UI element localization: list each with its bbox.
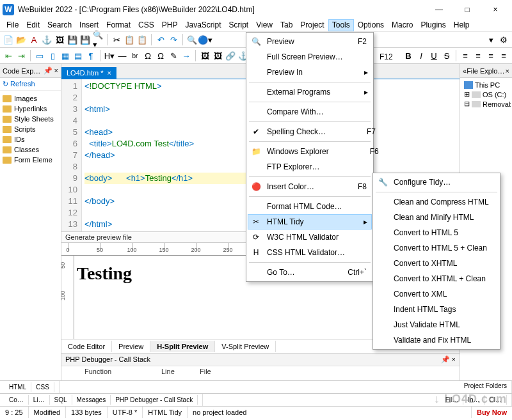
- comment-icon[interactable]: ✎: [168, 50, 179, 61]
- link-icon[interactable]: 🔗: [225, 50, 236, 61]
- tree-item[interactable]: This PC: [461, 81, 511, 89]
- menu-item[interactable]: Validate and Fix HTML: [374, 332, 499, 348]
- menu-item[interactable]: Format HTML Code…: [248, 199, 372, 214]
- mini-tab[interactable]: SQL: [50, 395, 72, 405]
- mini-tab[interactable]: HTML: [4, 382, 31, 392]
- align-justify-icon[interactable]: ≡: [498, 50, 509, 61]
- menu-item[interactable]: Go To…Ctrl+`: [248, 265, 372, 280]
- menu-item[interactable]: ✂HTML Tidy▸: [248, 214, 372, 229]
- menu-tab[interactable]: Tab: [276, 19, 296, 31]
- menu-macro[interactable]: Macro: [388, 19, 417, 31]
- hd-icon[interactable]: H▾: [104, 50, 115, 61]
- minimize-button[interactable]: —: [425, 0, 453, 19]
- mini-tab[interactable]: Li…: [29, 395, 50, 405]
- view-tab[interactable]: Code Editor: [61, 341, 112, 352]
- italic-icon[interactable]: I: [415, 50, 427, 61]
- menu-script[interactable]: Script: [225, 19, 253, 31]
- br-icon[interactable]: br: [129, 50, 141, 61]
- buy-now-button[interactable]: Buy Now: [472, 407, 512, 418]
- folder-item[interactable]: Images: [1, 93, 60, 104]
- menu-insert[interactable]: Insert: [76, 19, 102, 31]
- menu-item[interactable]: Clean and Compress HTML: [374, 194, 499, 210]
- menu-format[interactable]: Format: [102, 19, 134, 31]
- align-right-icon[interactable]: ≡: [485, 50, 497, 61]
- menu-item[interactable]: Convert to XHTML + Clean: [374, 271, 499, 286]
- redo-icon[interactable]: ↷: [168, 34, 179, 45]
- menu-plugins[interactable]: Plugins: [417, 19, 449, 31]
- refresh-button[interactable]: ↻ Refresh: [0, 78, 61, 91]
- menu-view[interactable]: View: [252, 19, 276, 31]
- tab-close-icon[interactable]: ×: [107, 69, 111, 77]
- align-center-icon[interactable]: ≡: [472, 50, 484, 61]
- bold-icon[interactable]: B: [403, 50, 414, 61]
- underline-icon[interactable]: U: [428, 50, 440, 61]
- menu-item[interactable]: Preview In▸: [248, 65, 372, 80]
- align-left-icon[interactable]: ≡: [460, 50, 471, 61]
- project-folders-tab[interactable]: Project Folders: [460, 381, 512, 393]
- menu-item[interactable]: Convert to XML: [374, 286, 499, 302]
- menu-javascript[interactable]: JavaScript: [181, 19, 225, 31]
- anchor-icon[interactable]: ⚓: [41, 34, 52, 45]
- settings-icon[interactable]: ⚙: [498, 34, 509, 45]
- menu-project[interactable]: Project: [296, 19, 328, 31]
- menu-php[interactable]: PHP: [158, 19, 182, 31]
- menu-item[interactable]: Compare With…: [248, 104, 372, 120]
- menu-item[interactable]: ✔Spelling Check…F7: [248, 124, 372, 139]
- menu-item[interactable]: 🔴Insert Color…F8: [248, 179, 372, 194]
- tree-item[interactable]: ⊞OS (C:): [461, 89, 511, 99]
- browser-icon[interactable]: 🔵▾: [199, 34, 211, 45]
- mini-tab[interactable]: CSS: [31, 382, 54, 392]
- preview-icon[interactable]: 🔍: [186, 34, 198, 45]
- menu-item[interactable]: Clean and Minify HTML: [374, 210, 499, 225]
- menu-file[interactable]: File: [3, 19, 22, 31]
- saveall-icon[interactable]: 💾: [79, 34, 91, 45]
- span-icon[interactable]: ▯: [47, 50, 58, 61]
- menu-item[interactable]: Convert to HTML 5 + Clean: [374, 240, 499, 256]
- menu-item[interactable]: Convert to HTML 5: [374, 225, 499, 240]
- menu-item[interactable]: 📁Windows ExplorerF6: [248, 144, 372, 159]
- menu-item[interactable]: 🔧Configure Tidy…: [374, 175, 499, 190]
- omega-icon[interactable]: Ω: [142, 50, 154, 61]
- view-tab[interactable]: H-Split Preview: [150, 341, 215, 352]
- search-icon[interactable]: 🔍▾: [92, 34, 104, 45]
- file-tab[interactable]: LO4D.htm * ×: [61, 67, 116, 79]
- outdent-icon[interactable]: ⇤: [3, 50, 14, 61]
- folder-item[interactable]: Form Eleme: [1, 155, 60, 165]
- mini-tab[interactable]: PHP Debugger - Call Stack: [111, 395, 198, 405]
- rarrow-icon[interactable]: →: [180, 50, 192, 61]
- view-tab[interactable]: Preview: [112, 341, 150, 352]
- image2-icon[interactable]: 🖼: [199, 50, 211, 61]
- menu-item[interactable]: Convert to XHTML: [374, 256, 499, 271]
- menu-item[interactable]: FTP Explorer…: [248, 159, 372, 175]
- save-icon[interactable]: 💾: [67, 34, 78, 45]
- menu-item[interactable]: Indent HTML Tags: [374, 302, 499, 317]
- mini-tab[interactable]: Co…: [4, 395, 29, 405]
- folder-item[interactable]: Hyperlinks: [1, 104, 60, 114]
- pin-icon[interactable]: 📌: [44, 66, 52, 75]
- copy-icon[interactable]: 📋: [124, 34, 135, 45]
- mini-tab[interactable]: Messages: [72, 395, 111, 405]
- new-icon[interactable]: 📄: [3, 34, 14, 45]
- menu-item[interactable]: HCSS HTML Validator…: [248, 245, 372, 260]
- menu-help[interactable]: Help: [450, 19, 474, 31]
- menu-item[interactable]: Full Screen Preview…F12: [248, 49, 372, 65]
- menu-item[interactable]: Just Validate HTML: [374, 317, 499, 332]
- folder-item[interactable]: Scripts: [1, 124, 60, 134]
- tree-item[interactable]: ⊟Removable D: [461, 99, 511, 109]
- font-icon[interactable]: A: [28, 34, 40, 45]
- debugger-pin-icon[interactable]: 📌: [441, 355, 450, 363]
- strike-icon[interactable]: S: [441, 50, 452, 61]
- table-icon[interactable]: ▦: [60, 50, 71, 61]
- paste-icon[interactable]: 📋: [136, 34, 148, 45]
- omega2-icon[interactable]: Ω: [155, 50, 166, 61]
- folder-item[interactable]: Classes: [1, 144, 60, 155]
- debugger-close-icon[interactable]: ×: [452, 355, 456, 363]
- folder-item[interactable]: IDs: [1, 134, 60, 144]
- menu-css[interactable]: CSS: [134, 19, 158, 31]
- menu-search[interactable]: Search: [44, 19, 76, 31]
- p-icon[interactable]: ¶: [85, 50, 97, 61]
- layout-icon[interactable]: ▤: [72, 50, 84, 61]
- menu-item[interactable]: External Programs▸: [248, 84, 372, 100]
- view-tab[interactable]: V-Split Preview: [215, 341, 276, 352]
- menu-tools[interactable]: Tools: [328, 19, 354, 31]
